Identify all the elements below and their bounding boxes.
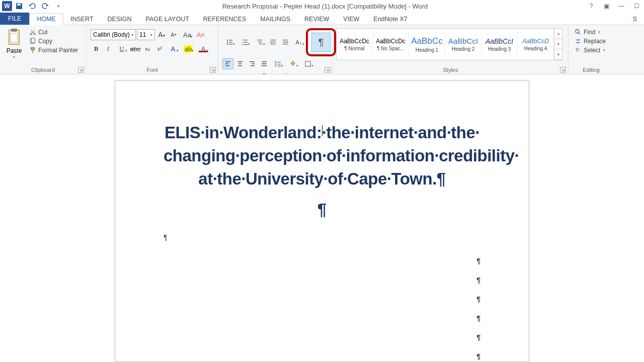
svg-rect-23	[259, 44, 262, 44]
redo-button[interactable]	[39, 1, 51, 12]
clipboard-group: Paste ▾ Cut Copy Format Painter Clipboar…	[0, 25, 87, 74]
underline-button[interactable]: U	[115, 43, 129, 54]
text-cursor	[322, 125, 323, 136]
document-page[interactable]: ELIS·in·Wonderland:·the·internet·and·the…	[115, 80, 529, 362]
style-heading-1[interactable]: AaBbCcHeading 1	[409, 29, 445, 60]
strikethrough-button[interactable]: abc	[130, 43, 141, 54]
numbering-button[interactable]: 123	[237, 37, 252, 48]
styles-gallery[interactable]: AaBbCcDc¶ Normal AaBbCcDc¶ No Spac... Aa…	[336, 28, 562, 60]
svg-rect-24	[271, 40, 276, 40]
font-launcher[interactable]: ⇲	[210, 67, 216, 73]
style-normal[interactable]: AaBbCcDc¶ Normal	[337, 29, 373, 60]
increase-indent-button[interactable]	[280, 37, 291, 48]
font-group: Calibri (Body)▾ 11▾ A▴ A▾ Aa A⊘ B I U ab…	[87, 25, 218, 74]
italic-button[interactable]: I	[103, 43, 114, 54]
copy-button[interactable]: Copy	[27, 37, 80, 45]
select-button[interactable]: Select ▾	[574, 46, 607, 54]
svg-rect-12	[229, 42, 232, 42]
svg-rect-43	[278, 64, 281, 64]
svg-rect-8	[32, 50, 33, 53]
decrease-indent-button[interactable]	[268, 37, 279, 48]
bullets-button[interactable]	[222, 37, 236, 48]
grow-font-button[interactable]: A▴	[156, 29, 167, 40]
qat-customize[interactable]: ▾	[52, 1, 64, 12]
svg-rect-44	[278, 66, 281, 66]
text-effects-button[interactable]: A	[166, 43, 180, 54]
styles-launcher[interactable]: ⇲	[560, 67, 566, 73]
minimize-button[interactable]: —	[616, 2, 627, 11]
tab-file[interactable]: FILE	[0, 13, 29, 25]
multilevel-list-button[interactable]	[253, 37, 267, 48]
ribbon-options-button[interactable]: ▣	[601, 2, 612, 11]
ribbon: Paste ▾ Cut Copy Format Painter Clipboar…	[0, 25, 644, 74]
tab-home[interactable]: HOME	[29, 13, 63, 25]
paragraph-launcher[interactable]: ⇲	[325, 67, 331, 73]
font-size-selector[interactable]: 11▾	[137, 29, 155, 40]
undo-button[interactable]	[26, 1, 38, 12]
quick-access-toolbar: W ▾	[2, 1, 64, 12]
tab-mailings[interactable]: MAILINGS	[253, 14, 297, 25]
replace-button[interactable]: Replace	[574, 37, 607, 45]
style-heading-3[interactable]: AaBbCcIHeading 3	[481, 29, 518, 60]
clipboard-launcher[interactable]: ⇲	[78, 67, 84, 73]
svg-point-46	[576, 30, 579, 33]
sort-button[interactable]: A↓	[292, 37, 306, 48]
svg-rect-33	[237, 61, 243, 62]
bold-button[interactable]: B	[91, 43, 102, 54]
font-name-selector[interactable]: Calibri (Body)▾	[91, 29, 136, 40]
justify-button[interactable]	[259, 58, 270, 69]
sign-in[interactable]: S	[626, 14, 644, 25]
svg-rect-35	[238, 65, 242, 66]
clear-formatting-button[interactable]: A⊘	[195, 29, 206, 40]
svg-rect-20	[244, 44, 248, 45]
svg-rect-6	[31, 38, 35, 43]
style-heading-2[interactable]: AaBbCcIHeading 2	[445, 29, 481, 60]
change-case-button[interactable]: Aa	[180, 29, 194, 40]
paste-button[interactable]: Paste ▾	[2, 26, 26, 59]
svg-rect-27	[283, 40, 288, 40]
font-group-label: Font	[89, 67, 216, 74]
svg-rect-25	[271, 42, 276, 42]
format-painter-button[interactable]: Format Painter	[27, 46, 80, 54]
svg-rect-41	[262, 65, 267, 66]
style-no-spacing[interactable]: AaBbCcDc¶ No Spac...	[373, 29, 409, 60]
styles-scroll[interactable]: ▴▾▾	[554, 29, 562, 60]
highlight-button[interactable]: ab	[181, 43, 195, 54]
shrink-font-button[interactable]: A▾	[168, 29, 179, 40]
tab-endnote[interactable]: EndNote X7	[366, 14, 414, 25]
svg-rect-16	[244, 40, 248, 40]
align-right-button[interactable]	[247, 58, 258, 69]
help-button[interactable]: ?	[586, 2, 597, 11]
cut-button[interactable]: Cut	[27, 28, 80, 36]
svg-rect-40	[262, 63, 267, 64]
tab-design[interactable]: DESIGN	[101, 14, 139, 25]
svg-rect-22	[258, 42, 262, 42]
window-controls: ? ▣ — ☐	[586, 2, 642, 11]
document-area[interactable]: ELIS·in·Wonderland:·the·internet·and·the…	[0, 74, 644, 362]
superscript-button[interactable]: x²	[154, 43, 165, 54]
tab-review[interactable]: REVIEW	[297, 14, 336, 25]
svg-rect-34	[238, 63, 242, 64]
tab-references[interactable]: REFERENCES	[196, 14, 253, 25]
maximize-button[interactable]: ☐	[631, 2, 642, 11]
svg-rect-37	[252, 63, 255, 64]
shading-button[interactable]	[286, 58, 300, 69]
align-left-button[interactable]	[222, 58, 233, 69]
font-color-button[interactable]: A	[196, 43, 210, 54]
svg-rect-18	[244, 42, 248, 43]
style-heading-4[interactable]: AaBbCcDHeading 4	[518, 29, 554, 60]
editing-group-label: Editing	[571, 67, 612, 74]
find-button[interactable]: Find ▾	[574, 28, 607, 36]
tab-view[interactable]: VIEW	[336, 14, 366, 25]
svg-rect-38	[251, 65, 255, 66]
subscript-button[interactable]: x₂	[142, 43, 153, 54]
borders-button[interactable]	[301, 58, 315, 69]
svg-point-11	[227, 42, 228, 43]
svg-point-9	[227, 40, 228, 41]
save-button[interactable]	[13, 1, 25, 12]
svg-rect-32	[225, 65, 229, 66]
tab-insert[interactable]: INSERT	[63, 14, 101, 25]
align-center-button[interactable]	[234, 58, 246, 69]
line-spacing-button[interactable]	[271, 58, 285, 69]
tab-page-layout[interactable]: PAGE LAYOUT	[138, 14, 196, 25]
